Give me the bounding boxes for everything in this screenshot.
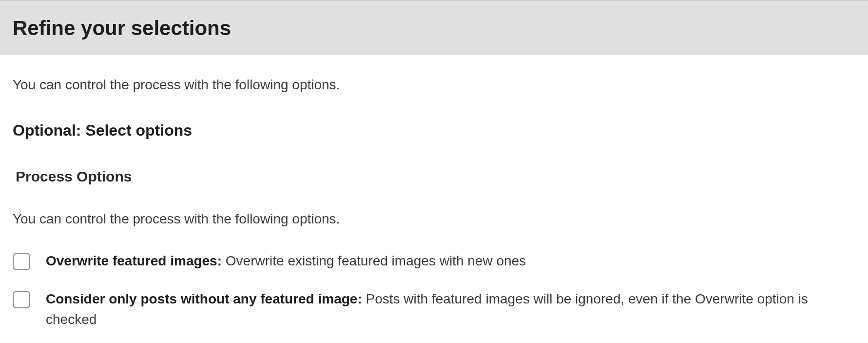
optional-subheading: Optional: Select options — [13, 119, 855, 142]
section-content: You can control the process with the fol… — [0, 55, 868, 343]
overwrite-label-rest: Overwrite existing featured images with … — [222, 253, 526, 268]
section-header-bar: Refine your selections — [0, 0, 868, 55]
consider-only-checkbox[interactable] — [13, 291, 30, 308]
consider-only-label: Consider only posts without any featured… — [46, 289, 855, 330]
section-title: Refine your selections — [13, 13, 855, 43]
option-row-consider-only: Consider only posts without any featured… — [13, 289, 855, 330]
overwrite-label-bold: Overwrite featured images: — [46, 253, 222, 268]
intro-text: You can control the process with the fol… — [13, 75, 855, 95]
consider-only-label-bold: Consider only posts without any featured… — [46, 291, 362, 306]
overwrite-checkbox[interactable] — [13, 253, 30, 270]
overwrite-label: Overwrite featured images: Overwrite exi… — [46, 251, 855, 271]
process-options-heading: Process Options — [13, 165, 855, 187]
option-row-overwrite: Overwrite featured images: Overwrite exi… — [13, 251, 855, 271]
process-options-description: You can control the process with the fol… — [13, 209, 855, 229]
